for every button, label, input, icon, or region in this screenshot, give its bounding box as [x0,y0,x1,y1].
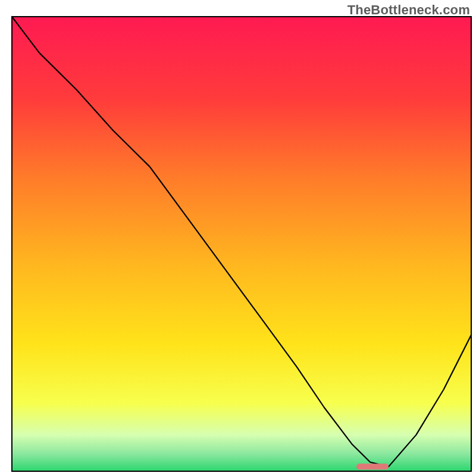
bottleneck-chart [0,0,476,476]
gradient-background [12,17,471,471]
plot-area [12,17,471,471]
chart-container: TheBottleneck.com [0,0,476,476]
optimal-marker [356,464,389,469]
